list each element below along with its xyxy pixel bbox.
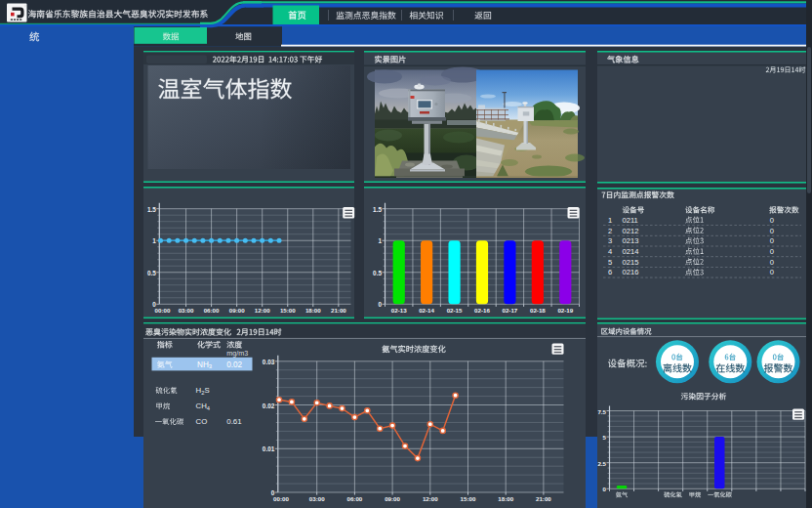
svg-text:00:00: 00:00 bbox=[155, 307, 171, 314]
svg-text:15:00: 15:00 bbox=[461, 495, 476, 502]
svg-text:15:00: 15:00 bbox=[280, 307, 296, 314]
svg-text:4: 4 bbox=[608, 247, 612, 256]
svg-text:0: 0 bbox=[770, 227, 774, 235]
svg-text:21:00: 21:00 bbox=[331, 307, 346, 314]
svg-text:0.01: 0.01 bbox=[263, 445, 275, 452]
svg-text:0: 0 bbox=[603, 486, 607, 492]
svg-text:0212: 0212 bbox=[623, 227, 639, 235]
svg-text:06:00: 06:00 bbox=[346, 495, 362, 502]
svg-text:1: 1 bbox=[152, 237, 156, 244]
svg-text:18:00: 18:00 bbox=[498, 495, 513, 502]
svg-text:09:00: 09:00 bbox=[385, 495, 400, 502]
svg-text:0.5: 0.5 bbox=[373, 270, 382, 276]
svg-text:1.5: 1.5 bbox=[373, 206, 382, 213]
svg-text:21:00: 21:00 bbox=[536, 495, 551, 502]
svg-text:0.02: 0.02 bbox=[226, 360, 242, 369]
svg-text:02-14: 02-14 bbox=[419, 307, 434, 314]
svg-text:0215: 0215 bbox=[623, 258, 639, 267]
svg-text:2.5: 2.5 bbox=[597, 460, 606, 467]
svg-text:0211: 0211 bbox=[623, 216, 638, 225]
svg-text:1: 1 bbox=[378, 237, 382, 244]
svg-text:02-13: 02-13 bbox=[391, 307, 407, 314]
svg-text:5: 5 bbox=[603, 434, 607, 441]
svg-text:0: 0 bbox=[378, 301, 382, 308]
svg-text:mg/m3: mg/m3 bbox=[226, 349, 248, 358]
svg-text:1: 1 bbox=[608, 216, 612, 225]
svg-text:02-19: 02-19 bbox=[557, 307, 573, 314]
svg-text:3: 3 bbox=[608, 236, 612, 245]
svg-text:6: 6 bbox=[608, 268, 612, 276]
svg-text:06:00: 06:00 bbox=[204, 307, 220, 314]
svg-text:02-17: 02-17 bbox=[502, 307, 517, 314]
svg-text:12:00: 12:00 bbox=[423, 495, 438, 502]
svg-text:5: 5 bbox=[608, 258, 612, 267]
svg-text:0.03: 0.03 bbox=[263, 359, 275, 365]
svg-text:0: 0 bbox=[770, 258, 774, 267]
svg-text:0216: 0216 bbox=[623, 268, 639, 276]
svg-text:CO: CO bbox=[196, 417, 208, 426]
svg-text:1.5: 1.5 bbox=[147, 206, 156, 213]
svg-text:03:00: 03:00 bbox=[309, 495, 325, 502]
svg-text:02-16: 02-16 bbox=[474, 307, 490, 314]
svg-text:03:00: 03:00 bbox=[179, 307, 194, 314]
svg-text:0: 0 bbox=[770, 216, 774, 225]
svg-text:0.02: 0.02 bbox=[263, 402, 275, 409]
svg-text:0: 0 bbox=[770, 247, 774, 256]
svg-text:02-15: 02-15 bbox=[447, 307, 463, 314]
svg-text:12:00: 12:00 bbox=[255, 307, 270, 314]
svg-text:18:00: 18:00 bbox=[305, 307, 321, 314]
svg-text:0213: 0213 bbox=[623, 236, 639, 245]
svg-text:7.5: 7.5 bbox=[597, 408, 606, 415]
svg-text:0: 0 bbox=[770, 236, 774, 245]
svg-text:00:00: 00:00 bbox=[273, 495, 289, 502]
svg-text:02-18: 02-18 bbox=[530, 307, 546, 314]
svg-text:09:00: 09:00 bbox=[229, 307, 245, 314]
svg-text:0: 0 bbox=[770, 268, 774, 276]
svg-text:0214: 0214 bbox=[623, 247, 639, 256]
svg-text:0.61: 0.61 bbox=[226, 417, 242, 426]
svg-text:2: 2 bbox=[608, 227, 612, 235]
svg-text:0.5: 0.5 bbox=[147, 270, 156, 276]
